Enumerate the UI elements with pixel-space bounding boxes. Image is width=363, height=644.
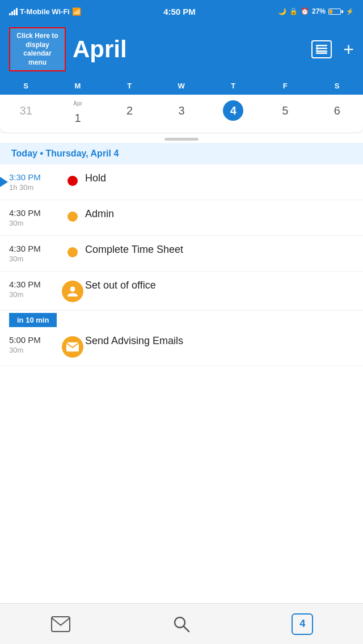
envelope-icon [66,342,79,351]
dow-fri: F [259,82,311,90]
week-day-6[interactable]: 6 [311,100,363,128]
status-bar: T-Mobile Wi-Fi 📶 4:50 PM 🌙 🔒 ⏰ 27% ⚡ [0,0,363,23]
event-icon-col [60,279,85,302]
svg-rect-3 [316,53,327,54]
mail-tab-icon [51,616,70,632]
event-time: 4:30 PM [9,279,60,289]
in-time-badge: in 10 min [9,313,57,327]
carrier-label: T-Mobile Wi-Fi [20,7,70,16]
signal-bar-3 [14,10,15,15]
svg-line-10 [184,626,189,632]
event-time-col: 3:30 PM 1h 30m [9,172,60,192]
event-time: 5:00 PM [9,335,60,345]
event-time: 3:30 PM [9,172,60,182]
dow-sun: S [0,82,52,90]
list-icon [316,45,327,54]
event-title-emails: Send Advising Emails [85,335,354,347]
event-time-col: 4:30 PM 30m [9,244,60,263]
lock-icon: 🔒 [289,7,298,15]
event-dot-orange [67,247,78,257]
event-title-timesheet: Complete Time Sheet [85,244,354,256]
event-list: 3:30 PM 1h 30m Hold 4:30 PM 30m Admin 4:… [0,164,363,366]
event-icon-col [60,335,85,358]
dow-wed: W [155,82,207,90]
in-time-badge-container: in 10 min [0,311,363,327]
status-left: T-Mobile Wi-Fi 📶 [9,7,81,16]
search-tab-icon [173,616,190,633]
event-item-hold[interactable]: 3:30 PM 1h 30m Hold [0,164,363,200]
event-duration: 30m [9,290,60,299]
event-dot-col [60,244,85,257]
event-duration: 1h 30m [9,183,60,192]
wifi-icon: 📶 [72,7,81,16]
event-icon-envelope [62,336,83,358]
event-icon-person [62,281,83,302]
month-title: April [66,36,311,63]
dow-tue: T [104,82,155,90]
svg-rect-8 [52,617,70,632]
event-duration: 30m [9,255,60,263]
event-time: 4:30 PM [9,208,60,218]
app-header: Click Here to display calendar menu Apri… [0,23,363,78]
signal-bar-1 [9,13,11,15]
event-dot-orange [67,211,78,222]
calendar-day-badge: 4 [292,613,313,635]
add-event-button[interactable]: + [343,40,354,58]
event-dot-col [60,172,85,186]
svg-point-6 [70,287,75,292]
person-icon [66,285,79,298]
event-dot-col [60,208,85,222]
status-right: 🌙 🔒 ⏰ 27% ⚡ [278,7,354,15]
svg-rect-5 [316,49,318,51]
today-banner: Today • Thursday, April 4 [0,143,363,164]
event-item-emails[interactable]: 5:00 PM 30m Send Advising Emails [0,327,363,366]
event-title-hold: Hold [85,172,354,184]
event-item-admin[interactable]: 4:30 PM 30m Admin [0,200,363,236]
week-day-2[interactable]: 2 [104,100,155,128]
event-item-timesheet[interactable]: 4:30 PM 30m Complete Time Sheet [0,236,363,272]
signal-bars-icon [9,7,18,15]
dow-mon: M [52,82,103,90]
alarm-icon: ⏰ [301,7,309,15]
event-dot-red [67,176,78,186]
charging-icon: ⚡ [346,8,354,15]
event-time: 4:30 PM [9,244,60,253]
calendar-menu-button[interactable]: Click Here to display calendar menu [9,27,66,71]
event-title-admin: Admin [85,208,354,220]
signal-bar-4 [16,8,18,15]
moon-icon: 🌙 [278,7,286,15]
tab-bar: 4 [0,603,363,644]
event-title-ooo: Set out of office [85,279,354,291]
event-duration: 30m [9,219,60,227]
signal-bar-2 [11,11,13,15]
tab-mail[interactable] [38,610,83,638]
week-day-1[interactable]: Apr 1 [52,100,103,128]
event-item-ooo[interactable]: 4:30 PM 30m Set out of office [0,272,363,311]
tab-calendar[interactable]: 4 [280,610,325,638]
week-day-31[interactable]: 31 [0,100,52,128]
event-time-col: 5:00 PM 30m [9,335,60,354]
event-time-col: 4:30 PM 30m [9,208,60,227]
dow-sat: S [311,82,363,90]
tab-search[interactable] [159,610,204,638]
week-day-5[interactable]: 5 [259,100,311,128]
list-view-button[interactable] [311,40,332,58]
dow-thu: T [208,82,259,90]
scroll-handle[interactable] [164,138,199,141]
header-icons: + [311,40,354,58]
week-day-4-today[interactable]: 4 [208,100,259,128]
week-row: 31 Apr 1 2 3 4 5 6 [0,95,363,133]
battery-percent: 27% [312,7,326,15]
battery-icon [328,9,343,15]
event-time-col: 4:30 PM 30m [9,279,60,299]
svg-rect-4 [316,46,318,48]
week-day-3[interactable]: 3 [155,100,207,128]
day-of-week-header: S M T W T F S [0,78,363,95]
content-area: Today • Thursday, April 4 3:30 PM 1h 30m… [0,143,363,407]
status-time: 4:50 PM [163,7,196,16]
event-duration: 30m [9,346,60,354]
scroll-handle-container [0,133,363,143]
